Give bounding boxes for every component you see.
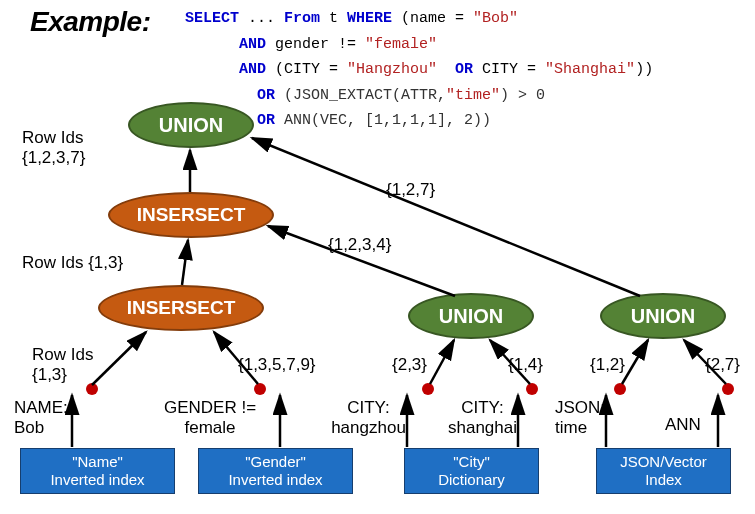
cond-json: JSON:time (555, 398, 605, 437)
set-27: {2,7} (705, 355, 740, 375)
sql-kw: WHERE (347, 10, 392, 27)
sql-kw: OR (257, 112, 275, 129)
union-node-city: UNION (408, 293, 534, 339)
set-23: {2,3} (392, 355, 427, 375)
intersect-node-bottom: INSERSECT (98, 285, 264, 331)
example-title: Example: (30, 6, 151, 38)
sql-str: "Hangzhou" (347, 61, 437, 78)
svg-line-18 (622, 340, 648, 384)
leaf-json-vector: JSON/VectorIndex (596, 448, 731, 494)
row-ids-bot: Row Ids{1,3} (32, 345, 93, 384)
set-13579: {1,3,5,7,9} (238, 355, 316, 375)
svg-line-6 (92, 332, 146, 385)
svg-line-12 (430, 340, 454, 384)
sql-kw: OR (257, 87, 275, 104)
leaf-gender-index: "Gender"Inverted index (198, 448, 353, 494)
cond-ann: ANN (665, 415, 701, 435)
leaf-name-index: "Name"Inverted index (20, 448, 175, 494)
sql-text: (JSON_EXTACT(ATTR, (275, 87, 446, 104)
set-14: {1,4} (508, 355, 543, 375)
sql-str: "Shanghai" (545, 61, 635, 78)
cond-name: NAME:Bob (14, 398, 68, 437)
sql-text: )) (635, 61, 653, 78)
union-node-top: UNION (128, 102, 254, 148)
sql-kw: From (284, 10, 320, 27)
svg-line-3 (252, 138, 640, 296)
cond-city-shanghai: CITY:shanghai (440, 398, 525, 437)
sql-str: "Bob" (473, 10, 518, 27)
sql-kw: AND (239, 61, 266, 78)
sql-text: (name = (392, 10, 473, 27)
sql-text: gender != (266, 36, 365, 53)
set-12: {1,2} (590, 355, 625, 375)
cond-city-hangzhou: CITY:hangzhou (326, 398, 411, 437)
svg-point-16 (614, 383, 626, 395)
sql-text: ANN(VEC, [1,1,1,1], 2)) (275, 112, 491, 129)
sql-str: "female" (365, 36, 437, 53)
svg-point-10 (422, 383, 434, 395)
svg-line-1 (182, 240, 188, 285)
sql-text: ... (239, 10, 284, 27)
sql-str: "time" (446, 87, 500, 104)
leaf-city-dict: "City"Dictionary (404, 448, 539, 494)
cond-gender: GENDER !=female (164, 398, 256, 437)
sql-kw: OR (455, 61, 473, 78)
sql-kw: SELECT (185, 10, 239, 27)
row-ids-top: Row Ids{1,2,3,7} (22, 128, 85, 167)
sql-text: t (320, 10, 347, 27)
sql-code-block: SELECT ... From t WHERE (name = "Bob" AN… (185, 6, 653, 134)
set-127: {1,2,7} (386, 180, 435, 200)
svg-point-13 (526, 383, 538, 395)
sql-text: CITY = (473, 61, 545, 78)
intersect-node-mid: INSERSECT (108, 192, 274, 238)
sql-text (437, 61, 455, 78)
sql-text: ) > 0 (500, 87, 545, 104)
row-ids-mid: Row Ids {1,3} (22, 253, 123, 273)
set-1234: {1,2,3,4} (328, 235, 391, 255)
svg-point-4 (86, 383, 98, 395)
union-node-json: UNION (600, 293, 726, 339)
sql-text: (CITY = (266, 61, 347, 78)
svg-point-19 (722, 383, 734, 395)
sql-kw: AND (239, 36, 266, 53)
svg-point-7 (254, 383, 266, 395)
